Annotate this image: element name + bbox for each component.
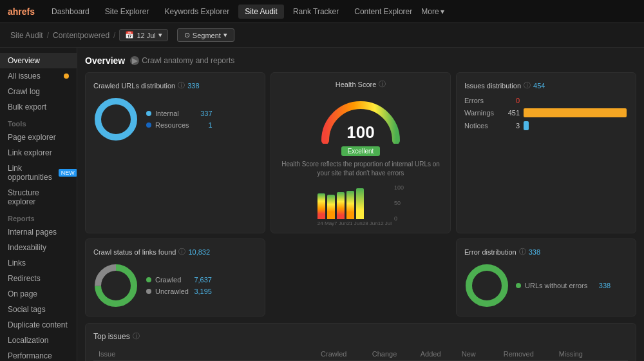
sidebar-item-structure-explorer[interactable]: Structure explorer xyxy=(0,185,77,210)
issues-total: 454 xyxy=(533,82,545,90)
top-nav: ahrefs Dashboard Site Explorer Keywords … xyxy=(0,0,644,23)
sidebar-item-crawl-log[interactable]: Crawl log xyxy=(0,84,77,99)
no-errors-dot xyxy=(516,283,521,288)
content-area: Overview ▶ Crawl anatomy and reports Cra… xyxy=(77,48,644,361)
breadcrumb-site[interactable]: Contentpowered xyxy=(53,31,109,40)
info-icon[interactable]: ⓘ xyxy=(178,81,185,90)
sidebar-item-all-issues[interactable]: All issues xyxy=(0,68,77,84)
sidebar-item-performance[interactable]: Performance xyxy=(0,348,77,361)
crawl-status-info[interactable]: ⓘ xyxy=(178,247,185,257)
errors-value: 0 xyxy=(507,97,520,104)
sidebar-item-overview[interactable]: Overview xyxy=(0,53,77,68)
breadcrumb-site-audit[interactable]: Site Audit xyxy=(10,31,43,40)
nav-dashboard[interactable]: Dashboard xyxy=(45,5,96,19)
crawl-status-donut-container: Crawled 7,637 Uncrawled 3,195 xyxy=(93,263,257,308)
nav-site-explorer[interactable]: Site Explorer xyxy=(99,5,156,19)
health-chart: 24 May 7 Jun 21 Jun 28 Jun 12 Jul 100 50… xyxy=(317,183,404,226)
error-distribution-card: Error distribution ⓘ 338 URLs w xyxy=(456,239,636,317)
sidebar-item-link-opportunities[interactable]: Link opportunities NEW xyxy=(0,161,77,185)
sidebar-item-indexability[interactable]: Indexability xyxy=(0,240,77,255)
nav-content-explorer[interactable]: Content Explorer xyxy=(348,5,419,19)
warnings-label: Warnings xyxy=(464,109,503,117)
nav-site-audit[interactable]: Site Audit xyxy=(238,5,284,19)
error-dist-total: 338 xyxy=(529,248,540,256)
chart-mid-label: 50 xyxy=(394,200,404,206)
col-added: Added xyxy=(402,347,446,361)
donut-container: Internal 337 Resources 1 xyxy=(93,97,257,142)
issues-info-icon[interactable]: ⓘ xyxy=(524,81,531,90)
top-issues-section: Top issues ⓘ Issue Crawled Change Added … xyxy=(85,323,636,361)
sidebar-item-social-tags[interactable]: Social tags xyxy=(0,302,77,317)
health-description: Health Score reflects the proportion of … xyxy=(278,160,444,178)
sidebar-item-redirects[interactable]: Redirects xyxy=(0,271,77,286)
col-issue: Issue xyxy=(93,347,300,361)
sidebar-item-duplicate-content[interactable]: Duplicate content xyxy=(0,317,77,333)
col-change: Change xyxy=(352,347,402,361)
overview-header: Overview ▶ Crawl anatomy and reports xyxy=(85,55,636,66)
segment-button[interactable]: ⊙ Segment ▾ xyxy=(177,28,234,42)
crawled-urls-legend: Internal 337 Resources 1 xyxy=(146,110,213,129)
chevron-down-icon: ▾ xyxy=(223,31,227,39)
crawled-urls-total: 338 xyxy=(187,82,199,90)
notices-value: 3 xyxy=(507,122,520,130)
nav-more[interactable]: More ▾ xyxy=(421,5,444,19)
sidebar-item-link-explorer[interactable]: Link explorer xyxy=(0,145,77,161)
resources-dot xyxy=(146,122,151,128)
main-layout: Overview All issues Crawl log Bulk expor… xyxy=(0,48,644,361)
sep2: / xyxy=(113,31,115,40)
issues-dist-title: Issues distribution ⓘ 454 xyxy=(464,81,628,90)
top-issues-info[interactable]: ⓘ xyxy=(133,331,140,341)
warnings-row: Warnings 451 xyxy=(464,108,628,117)
health-info-icon[interactable]: ⓘ xyxy=(379,79,386,89)
bottom-cards: Crawl status of links found ⓘ 10,832 xyxy=(85,239,636,317)
errors-row: Errors 0 xyxy=(464,97,628,104)
crawled-urls-card: Crawled URLs distribution ⓘ 338 xyxy=(85,72,265,233)
legend-no-errors: URLs without errors 338 xyxy=(516,282,611,289)
error-dist-info[interactable]: ⓘ xyxy=(519,247,526,257)
svg-point-1 xyxy=(98,101,134,137)
date-badge[interactable]: 📅 12 Jul ▾ xyxy=(119,29,167,41)
sidebar-item-links[interactable]: Links xyxy=(0,255,77,271)
errors-label: Errors xyxy=(464,97,503,104)
chart-min-label: 0 xyxy=(394,215,404,222)
crawl-status-legend: Crawled 7,637 Uncrawled 3,195 xyxy=(146,276,212,295)
calendar-icon: 📅 xyxy=(125,31,134,39)
chart-label-0: 24 May xyxy=(317,220,334,226)
warnings-value: 451 xyxy=(507,109,520,117)
sidebar-item-localization[interactable]: Localization xyxy=(0,333,77,348)
crawl-status-total: 10,832 xyxy=(188,248,210,256)
crawled-dot xyxy=(146,277,151,282)
top-cards: Crawled URLs distribution ⓘ 338 xyxy=(85,72,636,233)
overview-subtitle[interactable]: ▶ Crawl anatomy and reports xyxy=(130,56,234,65)
segment-icon: ⊙ xyxy=(184,31,190,39)
col-missing: Missing xyxy=(539,347,588,361)
notices-row: Notices 3 xyxy=(464,121,628,130)
col-actions xyxy=(588,347,628,361)
notices-label: Notices xyxy=(464,122,503,130)
internal-value: 337 xyxy=(193,110,213,117)
issues-table: Issue Crawled Change Added New Removed M… xyxy=(93,347,628,361)
internal-dot xyxy=(146,111,151,116)
overview-title: Overview xyxy=(85,55,125,66)
sidebar: Overview All issues Crawl log Bulk expor… xyxy=(0,48,77,361)
chart-label-1: 7 Jun xyxy=(334,220,347,226)
resources-value: 1 xyxy=(193,121,213,129)
sidebar-item-bulk-export[interactable]: Bulk export xyxy=(0,99,77,115)
issues-distribution-card: Issues distribution ⓘ 454 Errors 0 Warni… xyxy=(456,72,636,233)
crawl-status-card: Crawl status of links found ⓘ 10,832 xyxy=(85,239,265,317)
crawl-status-donut xyxy=(93,263,138,308)
reports-section-label: Reports xyxy=(0,210,77,224)
nav-keywords-explorer[interactable]: Keywords Explorer xyxy=(158,5,236,19)
chart-label-4: 12 Jul xyxy=(378,220,392,226)
nav-rank-tracker[interactable]: Rank Tracker xyxy=(287,5,345,19)
health-score-card: Health Score ⓘ xyxy=(270,72,451,233)
breadcrumb: Site Audit / Contentpowered / 📅 12 Jul ▾… xyxy=(0,23,644,48)
health-score-number: 100 xyxy=(346,122,374,142)
sidebar-item-internal-pages[interactable]: Internal pages xyxy=(0,224,77,240)
sidebar-item-on-page[interactable]: On page xyxy=(0,286,77,302)
sidebar-item-page-explorer[interactable]: Page explorer xyxy=(0,130,77,145)
new-badge: NEW xyxy=(59,169,77,177)
all-issues-badge xyxy=(64,73,69,79)
sep1: / xyxy=(47,31,49,40)
chart-label-2: 21 Jun xyxy=(347,220,363,226)
